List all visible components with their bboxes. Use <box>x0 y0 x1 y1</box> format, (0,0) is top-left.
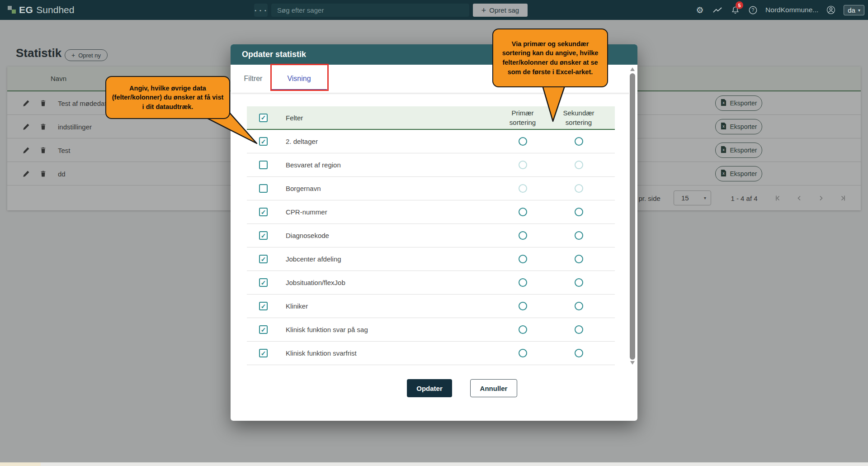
secondary-sort-radio[interactable] <box>575 137 583 146</box>
fields-table: ✓ Felter Primærsortering Sekundærsorteri… <box>247 106 615 365</box>
field-label: 2. deltager <box>286 138 495 145</box>
update-statistics-modal: Opdater statistik Filtrer Visning ✓ Felt… <box>231 44 637 421</box>
secondary-sort-radio[interactable] <box>575 302 583 310</box>
primary-sort-radio[interactable] <box>519 161 527 169</box>
secondary-sort-radio[interactable] <box>575 161 583 169</box>
brand-name: Sundhed <box>36 5 74 15</box>
svg-text:?: ? <box>751 8 754 13</box>
search-input[interactable] <box>271 4 469 17</box>
secondary-sort-radio[interactable] <box>575 278 583 287</box>
field-row: ✓Diagnosekode <box>247 224 615 247</box>
bottom-edge-accent <box>0 462 41 466</box>
field-row: ✓Klinisk funktion svar på sag <box>247 318 615 342</box>
primary-sort-radio[interactable] <box>519 278 527 287</box>
create-case-button[interactable]: + Opret sag <box>473 4 528 17</box>
app-logo: EG Sundhed <box>8 0 74 20</box>
field-row: ✓2. deltager <box>247 130 615 153</box>
modal-field-rows: ✓2. deltagerBesvaret af regionBorgernavn… <box>247 130 615 365</box>
column-header-felter: Felter <box>286 114 495 122</box>
top-bar: EG Sundhed • • • + Opret sag ⚙ 5 ? NordK… <box>0 0 868 20</box>
primary-sort-radio[interactable] <box>519 302 527 310</box>
field-label: Kliniker <box>286 302 495 310</box>
column-header-secondary-sort: Sekundærsortering <box>551 108 607 127</box>
primary-sort-radio[interactable] <box>519 208 527 216</box>
field-row: ✓Jobcenter afdeling <box>247 247 615 271</box>
statistics-trend-icon[interactable] <box>712 5 722 15</box>
language-selector[interactable]: da ▾ <box>844 5 864 15</box>
secondary-sort-radio[interactable] <box>575 349 583 357</box>
create-case-label: Opret sag <box>489 6 519 14</box>
field-label: Klinisk funktion svarfrist <box>286 349 495 357</box>
field-label: Jobsituation/flexJob <box>286 279 495 286</box>
tenant-name[interactable]: NordKommune... <box>765 6 818 14</box>
field-checkbox[interactable] <box>259 161 268 169</box>
primary-sort-radio[interactable] <box>519 325 527 334</box>
field-checkbox[interactable]: ✓ <box>259 208 268 216</box>
update-button[interactable]: Opdater <box>407 379 452 397</box>
logo-square-gray <box>8 6 12 10</box>
logo-square-green <box>12 10 16 14</box>
modal-scrollbar[interactable] <box>629 66 637 366</box>
secondary-sort-radio[interactable] <box>575 255 583 263</box>
annotation-red-rectangle <box>270 64 329 91</box>
field-row: ✓Jobsituation/flexJob <box>247 271 615 295</box>
help-question-icon[interactable]: ? <box>748 5 758 15</box>
field-label: CPR-nummer <box>286 208 495 216</box>
field-label: Besvaret af region <box>286 161 495 169</box>
tab-filtrer[interactable]: Filtrer <box>235 65 271 93</box>
column-header-primary-sort: Primærsortering <box>495 108 551 127</box>
field-checkbox[interactable]: ✓ <box>259 231 268 240</box>
fields-table-header: ✓ Felter Primærsortering Sekundærsorteri… <box>247 106 615 130</box>
brand-bold: EG <box>19 5 33 15</box>
primary-sort-radio[interactable] <box>519 349 527 357</box>
primary-sort-radio[interactable] <box>519 137 527 146</box>
scrollbar-thumb[interactable] <box>630 73 635 360</box>
modal-title: Opdater statistik <box>242 50 306 59</box>
field-row: Borgernavn <box>247 177 615 200</box>
search-box <box>271 4 469 17</box>
field-row: ✓CPR-nummer <box>247 200 615 224</box>
field-checkbox[interactable] <box>259 184 268 193</box>
primary-sort-radio[interactable] <box>519 231 527 240</box>
secondary-sort-radio[interactable] <box>575 208 583 216</box>
field-label: Jobcenter afdeling <box>286 255 495 263</box>
cancel-button[interactable]: Annuller <box>470 379 517 397</box>
primary-sort-radio[interactable] <box>519 184 527 193</box>
scroll-up-arrow[interactable] <box>630 67 635 71</box>
field-label: Klinisk funktion svar på sag <box>286 326 495 333</box>
user-profile-icon[interactable] <box>826 5 836 15</box>
field-checkbox[interactable]: ✓ <box>259 137 268 146</box>
field-checkbox[interactable]: ✓ <box>259 302 268 310</box>
field-row: ✓Klinisk funktion svarfrist <box>247 342 615 365</box>
notifications-bell-icon[interactable]: 5 <box>730 5 740 15</box>
select-all-checkbox[interactable]: ✓ <box>259 114 268 122</box>
secondary-sort-radio[interactable] <box>575 184 583 193</box>
field-label: Diagnosekode <box>286 232 495 239</box>
chevron-down-icon: ▾ <box>858 8 860 13</box>
primary-sort-radio[interactable] <box>519 255 527 263</box>
field-checkbox[interactable]: ✓ <box>259 349 268 357</box>
annotation-callout-fields: Angiv, hvilke øvrige data (felter/kolonn… <box>105 76 230 119</box>
field-row: Besvaret af region <box>247 153 615 177</box>
field-checkbox[interactable]: ✓ <box>259 325 268 334</box>
field-row: ✓Kliniker <box>247 295 615 318</box>
field-checkbox[interactable]: ✓ <box>259 255 268 263</box>
bottom-edge <box>0 462 868 466</box>
language-value: da <box>848 6 855 14</box>
secondary-sort-radio[interactable] <box>575 325 583 334</box>
secondary-sort-radio[interactable] <box>575 231 583 240</box>
settings-gear-icon[interactable]: ⚙ <box>695 5 705 15</box>
more-actions-button[interactable]: • • • <box>254 4 268 17</box>
field-label: Borgernavn <box>286 185 495 192</box>
scroll-down-arrow[interactable] <box>630 361 635 365</box>
plus-icon: + <box>481 6 486 14</box>
notification-badge: 5 <box>736 1 743 9</box>
annotation-callout-sorting: Via primær og sekundær sortering kan du … <box>492 29 608 87</box>
field-checkbox[interactable]: ✓ <box>259 278 268 287</box>
